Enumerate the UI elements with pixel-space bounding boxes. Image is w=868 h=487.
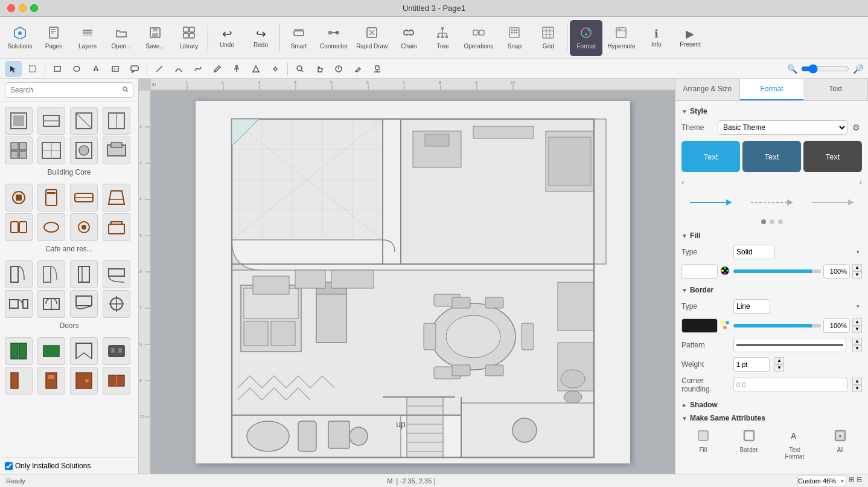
fill-color-picker-icon[interactable] <box>720 266 730 277</box>
toolbar-tree[interactable]: Tree <box>426 20 459 56</box>
shape-item[interactable] <box>103 137 130 164</box>
border-color-picker-icon[interactable] <box>720 320 730 332</box>
toolbar-redo[interactable]: ↪ Redo <box>244 20 277 56</box>
style-prev-arrow[interactable]: ‹ <box>681 177 685 187</box>
shape-item[interactable] <box>103 337 130 365</box>
toolbar-pages[interactable]: Pages <box>37 20 70 56</box>
toolbar-chain[interactable]: Chain <box>392 20 425 56</box>
zoom-slider[interactable] <box>801 64 849 74</box>
style-section-header[interactable]: ▼ Style <box>681 107 862 115</box>
shape-item[interactable] <box>5 213 33 241</box>
tool-bend[interactable] <box>247 61 264 77</box>
border-opacity-up[interactable]: ▲ <box>852 318 862 326</box>
toolbar-solutions[interactable]: Solutions <box>4 20 36 56</box>
shape-item[interactable] <box>70 213 98 241</box>
fill-opacity-up[interactable]: ▲ <box>852 264 862 271</box>
border-weight-up[interactable]: ▲ <box>774 357 784 364</box>
shape-item[interactable] <box>37 107 65 135</box>
shape-item[interactable] <box>37 337 65 365</box>
toolbar-format[interactable]: Format <box>570 20 602 56</box>
border-opacity-input[interactable] <box>823 318 850 333</box>
toolbar-operations[interactable]: Operations <box>460 20 497 56</box>
minimize-button[interactable] <box>19 4 27 12</box>
dot-1[interactable] <box>761 219 766 224</box>
tab-arrange-size[interactable]: Arrange & Size <box>675 79 740 100</box>
dot-2[interactable] <box>770 219 774 224</box>
zoom-select[interactable]: Custom 46% 25% 50% 75% 100% <box>797 476 846 486</box>
toolbar-connector[interactable]: Connector <box>316 20 351 56</box>
tool-magnify[interactable] <box>292 61 308 77</box>
theme-gear-button[interactable]: ⚙ <box>850 121 862 134</box>
zoom-out-icon[interactable]: 🔍 <box>787 64 797 74</box>
fill-type-select[interactable]: Solid Gradient None <box>733 245 775 259</box>
shape-item[interactable] <box>103 107 130 135</box>
border-corner-up[interactable]: ▲ <box>852 378 862 385</box>
fill-section-header[interactable]: ▼ Fill <box>681 231 862 240</box>
tool-text[interactable]: A <box>88 61 104 77</box>
shape-item[interactable] <box>5 260 33 288</box>
toolbar-snap[interactable]: Snap <box>498 20 531 56</box>
border-opacity-down[interactable]: ▼ <box>852 326 862 333</box>
style-next-arrow[interactable]: › <box>859 177 862 187</box>
shape-item[interactable] <box>70 107 98 135</box>
toolbar-library[interactable]: Library <box>173 20 205 56</box>
shape-item[interactable] <box>37 260 65 288</box>
fill-opacity-down[interactable]: ▼ <box>852 271 862 279</box>
shape-item[interactable] <box>103 184 130 211</box>
shape-item[interactable] <box>103 367 130 395</box>
toolbar-hypernote[interactable]: Hypernote <box>604 20 639 56</box>
border-pattern-down[interactable]: ▼ <box>852 345 862 352</box>
toolbar-undo[interactable]: ↩ Undo <box>211 20 243 56</box>
dot-3[interactable] <box>778 219 783 224</box>
shadow-section-header[interactable]: ► Shadow <box>681 401 862 409</box>
border-pattern-input[interactable] <box>733 338 846 352</box>
shape-item[interactable] <box>70 367 98 395</box>
shape-item[interactable] <box>5 290 33 318</box>
border-corner-down[interactable]: ▼ <box>852 385 862 392</box>
canvas[interactable]: up <box>151 91 675 474</box>
shape-item[interactable] <box>5 337 33 365</box>
shape-item[interactable] <box>37 290 65 318</box>
maximize-button[interactable] <box>30 4 38 12</box>
make-same-section-header[interactable]: ▼ Make Same Attributes <box>681 414 862 422</box>
tool-eraser[interactable] <box>349 61 366 77</box>
fill-color-swatch[interactable] <box>681 264 718 279</box>
shape-item[interactable] <box>5 184 33 211</box>
tool-arc[interactable] <box>170 61 187 77</box>
tool-select-area[interactable] <box>24 61 41 77</box>
connector-dashed[interactable] <box>742 190 801 214</box>
border-type-select[interactable]: Line None Double <box>733 299 770 314</box>
shape-item[interactable] <box>103 260 130 288</box>
border-corner-input[interactable] <box>733 378 847 392</box>
shape-item[interactable] <box>5 367 33 395</box>
tool-callout[interactable] <box>126 61 143 77</box>
border-section-header[interactable]: ▼ Border <box>681 286 862 294</box>
toolbar-info[interactable]: ℹ Info <box>640 20 672 56</box>
drawing-page[interactable]: up <box>196 101 630 463</box>
search-input[interactable] <box>5 82 133 98</box>
shape-item[interactable] <box>37 213 65 241</box>
border-color-swatch[interactable] <box>681 318 718 333</box>
tool-text-box[interactable]: T <box>107 61 124 77</box>
border-weight-down[interactable]: ▼ <box>774 364 784 372</box>
shape-item[interactable] <box>37 367 65 395</box>
tool-line[interactable] <box>151 61 168 77</box>
text-style-dark-blue[interactable]: Text <box>742 141 801 172</box>
make-same-fill[interactable]: Fill <box>681 427 725 462</box>
shape-item[interactable] <box>70 137 98 164</box>
border-weight-input[interactable] <box>733 357 770 372</box>
tool-curve[interactable] <box>190 61 206 77</box>
toolbar-save[interactable]: Save... <box>139 20 171 56</box>
shape-item[interactable] <box>37 184 65 211</box>
tool-stamp[interactable] <box>369 61 386 77</box>
border-pattern-up[interactable]: ▲ <box>852 338 862 345</box>
shape-item[interactable] <box>5 107 33 135</box>
text-style-blue[interactable]: Text <box>681 141 740 172</box>
make-same-border[interactable]: Border <box>727 427 771 462</box>
connector-solid-right[interactable] <box>803 190 862 214</box>
shape-item[interactable] <box>70 184 98 211</box>
tab-text[interactable]: Text <box>803 79 868 100</box>
make-same-all[interactable]: ✦ All <box>819 427 862 462</box>
toolbar-present[interactable]: ▶ Present <box>674 20 706 56</box>
shape-item[interactable] <box>103 213 130 241</box>
